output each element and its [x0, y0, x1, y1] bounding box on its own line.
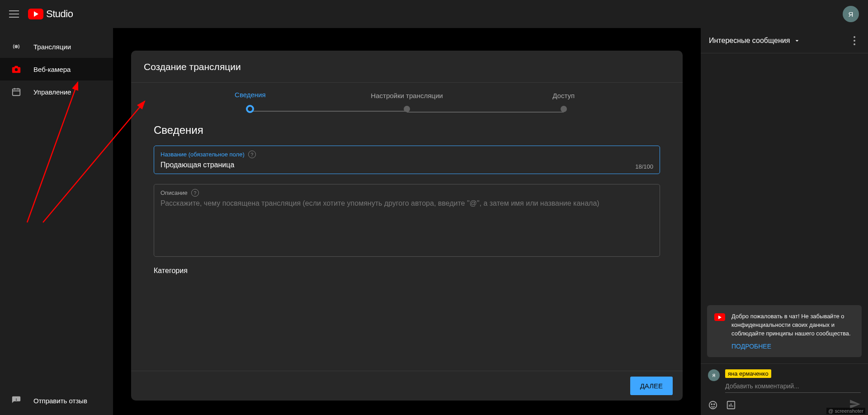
- modal-footer: ДАЛЕЕ: [131, 371, 683, 401]
- sidebar-item-label: Трансляции: [33, 43, 71, 51]
- step-dot-icon: [404, 106, 410, 112]
- chevron-down-icon: [793, 37, 801, 44]
- chat-input[interactable]: [725, 381, 861, 393]
- chat-messages[interactable]: Добро пожаловать в чат! Не забывайте о к…: [701, 53, 868, 363]
- logo-text: Studio: [46, 8, 73, 20]
- svg-point-8: [709, 401, 717, 409]
- youtube-icon: [714, 313, 725, 321]
- svg-point-10: [714, 404, 715, 405]
- step-details[interactable]: Сведения: [172, 91, 329, 113]
- chat-username-badge: яна ермаченко: [725, 369, 771, 378]
- step-dot-icon: [246, 105, 254, 113]
- svg-point-1: [15, 68, 18, 71]
- chat-panel: Интересные сообщения Добро пожаловать в …: [701, 28, 868, 415]
- step-dot-icon: [561, 106, 567, 112]
- emoji-icon[interactable]: [708, 400, 718, 410]
- title-char-counter: 18/100: [635, 163, 653, 170]
- title-input[interactable]: [160, 158, 653, 170]
- step-label: Настройки трансляции: [329, 92, 486, 99]
- step-stream-settings[interactable]: Настройки трансляции: [329, 92, 486, 112]
- sidebar-item-label: Управление: [33, 88, 71, 96]
- help-icon[interactable]: ?: [248, 151, 256, 158]
- description-field[interactable]: Описание ?: [154, 184, 660, 257]
- camera-icon: [11, 64, 22, 75]
- step-label: Сведения: [172, 91, 329, 99]
- sidebar: Трансляции Веб-камера Управление Отправи…: [0, 28, 113, 415]
- svg-point-0: [15, 45, 18, 48]
- description-textarea[interactable]: [160, 197, 653, 251]
- chat-header: Интересные сообщения: [701, 28, 868, 53]
- header-left: Studio: [9, 8, 73, 20]
- svg-rect-2: [13, 89, 20, 96]
- svg-point-9: [711, 404, 712, 405]
- sidebar-feedback[interactable]: Отправить отзыв: [0, 395, 113, 415]
- svg-point-6: [16, 398, 17, 399]
- app-header: Studio Я: [0, 0, 868, 28]
- sidebar-item-label: Веб-камера: [33, 66, 71, 73]
- chat-user-row: я яна ермаченко: [708, 369, 861, 393]
- sidebar-item-manage[interactable]: Управление: [0, 80, 113, 103]
- user-avatar[interactable]: Я: [843, 6, 859, 22]
- chat-input-area: я яна ермаченко: [701, 363, 868, 415]
- modal-body[interactable]: Сведения Название (обязательное поле) ? …: [131, 117, 683, 371]
- chat-overflow-menu[interactable]: [849, 35, 860, 46]
- title-field[interactable]: Название (обязательное поле) ? 18/100: [154, 146, 660, 174]
- modal-title: Создание трансляции: [131, 51, 683, 83]
- poll-icon[interactable]: [726, 400, 736, 410]
- svg-rect-7: [16, 400, 17, 401]
- calendar-icon: [11, 86, 22, 97]
- chat-header-title: Интересные сообщения: [709, 37, 790, 45]
- category-label: Категория: [154, 267, 660, 275]
- studio-logo[interactable]: Studio: [28, 8, 73, 20]
- title-field-label: Название (обязательное поле) ?: [160, 151, 653, 158]
- main-area: Создание трансляции Сведения Настройки т…: [113, 28, 701, 415]
- sidebar-item-broadcasts[interactable]: Трансляции: [0, 35, 113, 58]
- next-button[interactable]: ДАЛЕЕ: [630, 377, 673, 395]
- step-access[interactable]: Доступ: [485, 92, 642, 112]
- description-field-label: Описание ?: [160, 189, 653, 197]
- chat-welcome-card: Добро пожаловать в чат! Не забывайте о к…: [707, 305, 862, 357]
- chat-welcome-text: Добро пожаловать в чат! Не забывайте о к…: [731, 312, 854, 338]
- hamburger-menu-icon[interactable]: [9, 9, 20, 19]
- sidebar-items: Трансляции Веб-камера Управление: [0, 28, 113, 395]
- sidebar-item-webcam[interactable]: Веб-камера: [0, 58, 113, 80]
- chat-header-dropdown[interactable]: Интересные сообщения: [709, 37, 801, 45]
- step-label: Доступ: [485, 92, 642, 99]
- screenshot-watermark: @ screenshoter: [826, 408, 865, 414]
- section-title: Сведения: [154, 124, 660, 137]
- stepper: Сведения Настройки трансляции Доступ: [131, 83, 683, 117]
- broadcast-icon: [11, 41, 22, 52]
- chat-user-avatar[interactable]: я: [708, 369, 720, 381]
- create-stream-modal: Создание трансляции Сведения Настройки т…: [131, 51, 683, 401]
- help-icon[interactable]: ?: [191, 189, 199, 197]
- feedback-label: Отправить отзыв: [33, 397, 87, 405]
- youtube-play-icon: [28, 9, 43, 19]
- feedback-icon: [11, 395, 22, 406]
- chat-welcome-link[interactable]: ПОДРОБНЕЕ: [731, 343, 854, 350]
